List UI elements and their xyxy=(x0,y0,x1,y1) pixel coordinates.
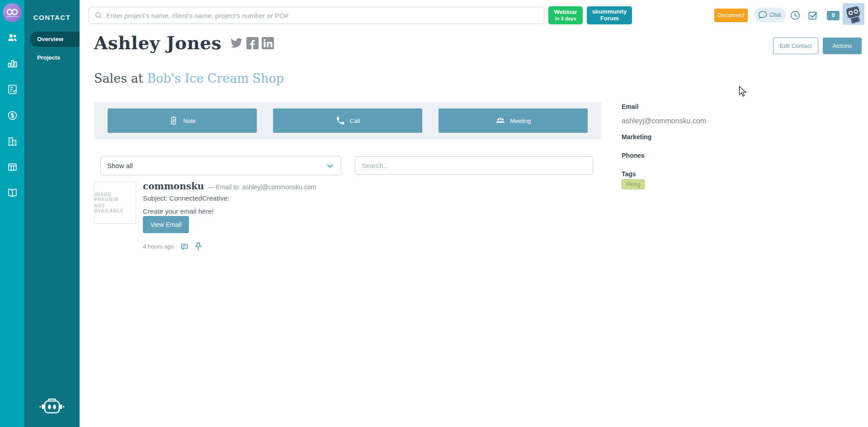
feed-item-header: commonsku — Email to: ashleyj@commonsku.… xyxy=(143,181,316,192)
pin-icon[interactable] xyxy=(195,242,202,251)
book-icon xyxy=(7,187,18,198)
user-avatar[interactable] xyxy=(843,3,864,25)
robot-icon xyxy=(39,397,65,416)
mouse-cursor xyxy=(739,86,747,98)
linkedin-icon[interactable] xyxy=(262,37,274,49)
view-email-button[interactable]: View Email xyxy=(143,216,189,233)
call-button[interactable]: Call xyxy=(273,108,422,133)
edit-contact-button[interactable]: Edit Contact xyxy=(773,38,818,54)
checkbox-icon xyxy=(807,10,818,21)
feed-item-footer: 4 hours ago xyxy=(143,242,202,251)
feed-filter-select[interactable]: Show all xyxy=(100,156,341,175)
dollar-circle-icon xyxy=(7,110,18,121)
tags-label: Tags xyxy=(622,170,636,178)
rail-nav-orders[interactable] xyxy=(0,81,24,97)
rail-nav-resources[interactable] xyxy=(0,185,24,200)
sidebar-item-overview[interactable]: Overview xyxy=(30,32,80,47)
note-icon xyxy=(169,116,179,126)
rail-nav-production[interactable] xyxy=(0,159,24,174)
left-rail xyxy=(0,0,24,427)
chat-button[interactable]: Chat xyxy=(754,8,786,22)
app-window: CONTACT Overview Projects Webinar in 3 d… xyxy=(0,0,868,427)
phone-icon xyxy=(335,116,345,126)
clipboard-check-icon xyxy=(7,84,18,95)
marketing-label: Marketing xyxy=(622,133,651,141)
contact-role-line: Sales at Bob's Ice Cream Shop xyxy=(94,71,284,85)
quick-actions-band: Note Call Meeting xyxy=(94,102,601,139)
feed-author: commonsku xyxy=(143,181,204,192)
chevron-down-icon xyxy=(326,161,335,170)
contact-name-heading: Ashley Jones xyxy=(94,33,274,53)
global-search-input[interactable] xyxy=(106,12,538,19)
tasks-button[interactable] xyxy=(807,10,818,21)
search-icon xyxy=(94,11,103,19)
sidebar-item-projects[interactable]: Projects xyxy=(37,53,60,62)
sidebar-title: CONTACT xyxy=(24,14,80,21)
rail-nav-clients[interactable] xyxy=(0,133,24,149)
building-icon xyxy=(7,136,18,147)
contact-sidebar: CONTACT Overview Projects xyxy=(24,0,80,427)
actions-button[interactable]: Actions xyxy=(823,38,862,54)
webinar-button[interactable]: Webinar in 3 days xyxy=(548,6,583,24)
tag-hiring[interactable]: Hiring xyxy=(622,179,645,189)
robot-helper-button[interactable] xyxy=(24,397,80,416)
feed-timestamp: 4 hours ago xyxy=(143,243,174,250)
notification-count-badge[interactable]: 0 xyxy=(827,11,840,20)
chat-bubble-icon xyxy=(758,10,768,20)
meeting-people-icon xyxy=(495,116,505,126)
feed-subject: Subject: ConnectedCreative: xyxy=(143,194,229,202)
phones-label: Phones xyxy=(622,152,645,159)
email-label: Email xyxy=(622,103,638,110)
company-link[interactable]: Bob's Ice Cream Shop xyxy=(147,71,284,85)
email-image-preview: IMAGE PREVIEW NOT AVAILABLE xyxy=(94,182,136,224)
rail-nav-contacts[interactable] xyxy=(0,30,24,45)
email-value: ashleyj@commonsku.com xyxy=(622,117,706,125)
facebook-icon[interactable] xyxy=(246,37,259,49)
disconnect-button[interactable]: Disconnect xyxy=(714,9,748,22)
meeting-button[interactable]: Meeting xyxy=(439,108,588,133)
feed-search-input[interactable] xyxy=(355,156,593,175)
reminders-button[interactable] xyxy=(790,10,801,21)
commonsku-logo-icon[interactable] xyxy=(3,3,22,22)
global-search[interactable] xyxy=(89,7,544,24)
bar-chart-icon xyxy=(7,58,18,69)
feed-meta: — Email to: ashleyj@commonsku.com xyxy=(208,183,316,191)
avatar-robot-image xyxy=(843,3,864,25)
note-button[interactable]: Note xyxy=(108,108,257,133)
chat-label: Chat xyxy=(769,12,781,18)
rail-nav-reports[interactable] xyxy=(0,56,24,71)
table-icon xyxy=(7,161,18,173)
clock-icon xyxy=(790,10,801,21)
feed-filter-value: Show all xyxy=(107,162,133,169)
comment-icon[interactable] xyxy=(180,243,189,251)
skummunity-forum-button[interactable]: skummunity Forum xyxy=(587,6,632,24)
rail-nav-sales[interactable] xyxy=(0,108,24,123)
users-icon xyxy=(7,32,18,43)
twitter-icon[interactable] xyxy=(230,37,243,49)
feed-body: Create your email here! xyxy=(143,207,214,215)
